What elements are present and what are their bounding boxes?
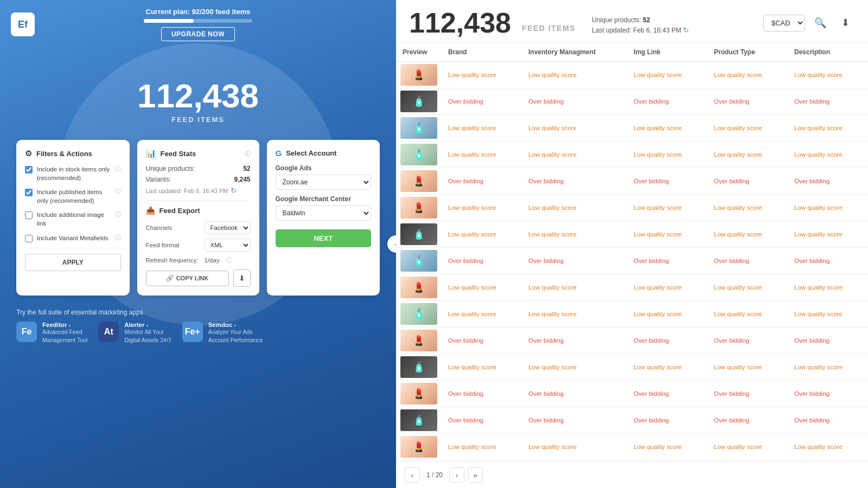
- product-type-cell: Low quality score: [707, 62, 788, 88]
- feed-format-row: Feed format XML: [146, 239, 251, 252]
- preview-image: 💄: [400, 170, 437, 192]
- preview-cell: 💄: [396, 274, 442, 301]
- filter-in-stock-label: Include in stock items only (recommended…: [37, 165, 111, 182]
- filter-published-checkbox[interactable]: [25, 189, 33, 196]
- google-icon: G: [276, 149, 282, 158]
- preview-image: 🧴: [400, 91, 437, 112]
- preview-image: 🧴: [400, 356, 437, 378]
- table-row: 💄 Low quality score Low quality score Lo…: [396, 434, 868, 460]
- download-button[interactable]: ⬇: [233, 269, 251, 287]
- copy-link-button[interactable]: 🔗 COPY LINK: [146, 271, 229, 286]
- preview-cell: 🧴: [396, 407, 442, 434]
- preview-cell: 🧴: [396, 221, 442, 248]
- product-type-cell: Over bidding: [707, 407, 788, 434]
- preview-image: 💄: [400, 436, 437, 458]
- feed-format-select[interactable]: XML: [205, 239, 251, 252]
- right-unique-products: Unique products: 52: [592, 16, 689, 24]
- table-row: 💄 Low quality score Low quality score Lo…: [396, 274, 868, 301]
- upgrade-button[interactable]: UPGRADE NOW: [161, 27, 235, 41]
- img-link-cell: Low quality score: [627, 62, 707, 88]
- preview-cell: 🧴: [396, 142, 442, 168]
- preview-image: 🧴: [400, 250, 437, 272]
- semdoc-icon: Fe+: [182, 322, 203, 342]
- preview-cell: 💄: [396, 62, 442, 88]
- inventory-cell: Over bidding: [522, 381, 627, 407]
- img-link-cell: Low quality score: [627, 221, 707, 248]
- col-description: Description: [788, 43, 868, 62]
- channels-select[interactable]: Facebook: [205, 221, 251, 234]
- preview-cell: 💄: [396, 381, 442, 407]
- table-row: 🧴 Low quality score Low quality score Lo…: [396, 142, 868, 168]
- refresh-icon-stats[interactable]: ↻: [231, 187, 237, 195]
- img-link-cell: Low quality score: [627, 142, 707, 168]
- brand-cell: Over bidding: [442, 168, 522, 195]
- inventory-cell: Low quality score: [522, 115, 627, 142]
- product-type-cell: Low quality score: [707, 301, 788, 328]
- filter-in-stock-info: ⓘ: [115, 165, 121, 173]
- description-cell: Low quality score: [788, 115, 868, 142]
- inventory-cell: Low quality score: [522, 354, 627, 381]
- preview-image: 💄: [400, 330, 437, 351]
- filter-in-stock-checkbox[interactable]: [25, 166, 33, 174]
- app-item-feeditor[interactable]: Fe Feeditor - Advanced FeedManagement To…: [16, 322, 87, 344]
- inventory-cell: Over bidding: [522, 248, 627, 274]
- product-type-cell: Low quality score: [707, 115, 788, 142]
- next-button[interactable]: NEXT: [276, 229, 372, 247]
- cards-area: ⚙ Filters & Actions Include in stock ite…: [0, 129, 396, 301]
- inventory-cell: Low quality score: [522, 274, 627, 301]
- filter-image-link-info: ⓘ: [115, 210, 121, 219]
- brand-cell: Low quality score: [442, 195, 522, 221]
- next-page-button[interactable]: ›: [449, 467, 464, 483]
- last-page-button[interactable]: »: [468, 467, 483, 483]
- preview-cell: 🧴: [396, 88, 442, 115]
- table-row: 💄 Low quality score Low quality score Lo…: [396, 195, 868, 221]
- google-ads-select[interactable]: Zooni.ae: [276, 175, 372, 190]
- brand-cell: Over bidding: [442, 88, 522, 115]
- prev-page-button[interactable]: ‹: [405, 467, 420, 483]
- preview-cell: 🧴: [396, 115, 442, 142]
- table-container: Preview Brand Inventory Managment Img Li…: [396, 43, 868, 461]
- description-cell: Over bidding: [788, 381, 868, 407]
- stats-help-icon: ⓘ: [245, 150, 251, 158]
- description-cell: Over bidding: [788, 328, 868, 354]
- app-item-alerter[interactable]: At Alerter - Monitor All YourDigital Ass…: [98, 322, 171, 344]
- right-feed-count: 112,438: [409, 9, 511, 37]
- preview-image: 💄: [400, 277, 437, 298]
- product-type-cell: Low quality score: [707, 221, 788, 248]
- search-button[interactable]: 🔍: [810, 13, 830, 33]
- app-item-semdoc[interactable]: Fe+ Semdoc - Analyze Your AdsAccount Per…: [182, 322, 263, 344]
- gmc-select[interactable]: Baldwin: [276, 206, 372, 221]
- brand-cell: Over bidding: [442, 407, 522, 434]
- table-row: 💄 Over bidding Over bidding Over bidding…: [396, 328, 868, 354]
- preview-cell: 🧴: [396, 301, 442, 328]
- inventory-cell: Low quality score: [522, 221, 627, 248]
- img-link-cell: Over bidding: [627, 168, 707, 195]
- alerter-text: Alerter - Monitor All YourDigital Assets…: [124, 322, 171, 344]
- product-type-cell: Over bidding: [707, 88, 788, 115]
- right-actions: $CAD $USD €EUR £GBP 🔍 ⬇: [763, 13, 855, 33]
- filter-variant-checkbox[interactable]: [25, 235, 33, 242]
- refresh-icon-right[interactable]: ↻: [683, 26, 689, 34]
- export-button[interactable]: ⬇: [835, 13, 855, 33]
- description-cell: Low quality score: [788, 274, 868, 301]
- product-type-cell: Low quality score: [707, 274, 788, 301]
- right-meta-info: Unique products: 52 Last updated: Feb 6,…: [592, 12, 689, 34]
- filter-image-link-checkbox[interactable]: [25, 211, 33, 219]
- col-brand: Brand: [442, 43, 522, 62]
- apps-row: Fe Feeditor - Advanced FeedManagement To…: [16, 322, 380, 344]
- preview-cell: 💄: [396, 168, 442, 195]
- preview-image: 🧴: [400, 409, 437, 431]
- brand-cell: Low quality score: [442, 301, 522, 328]
- inventory-cell: Low quality score: [522, 434, 627, 460]
- currency-select[interactable]: $CAD $USD €EUR £GBP: [763, 15, 805, 31]
- apply-button[interactable]: APPLY: [25, 254, 121, 271]
- img-link-cell: Over bidding: [627, 407, 707, 434]
- google-ads-label: Google Ads: [276, 164, 372, 172]
- inventory-cell: Over bidding: [522, 168, 627, 195]
- feeditor-desc: Advanced FeedManagement Tool: [42, 328, 87, 344]
- filters-card-title: Filters & Actions: [36, 150, 92, 158]
- page-display: 1 / 20: [426, 471, 443, 479]
- preview-image: 💄: [400, 383, 437, 404]
- filter-published-label: Include published items only (recommende…: [37, 188, 111, 205]
- left-panel: Ef Current plan: 92/200 feed items UPGRA…: [0, 0, 396, 488]
